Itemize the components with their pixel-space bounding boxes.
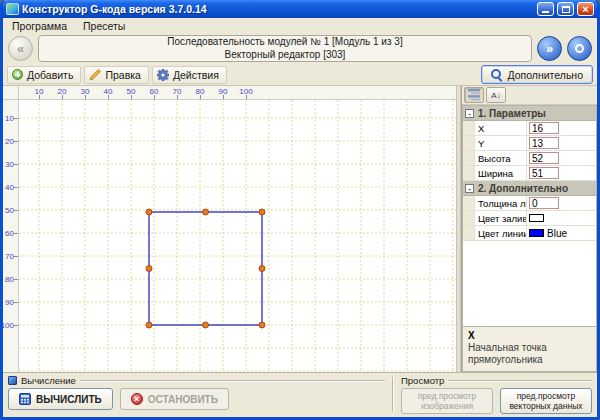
collapse-icon[interactable]: - — [465, 109, 474, 118]
property-value-text: 51 — [529, 167, 559, 179]
editor-canvas-svg[interactable] — [19, 100, 456, 372]
selection-handle[interactable] — [259, 266, 265, 272]
preview-vector-button[interactable]: пред.просмотр векторных данных — [500, 388, 592, 414]
prev-module-button[interactable]: « — [8, 36, 33, 61]
property-value[interactable]: 16 — [527, 121, 596, 135]
ruler-tick — [154, 95, 155, 99]
ruler-tick — [177, 95, 178, 99]
ruler-label-v: 40 — [5, 183, 14, 192]
more-options-button[interactable]: Дополнительно — [481, 65, 593, 84]
property-value[interactable]: Blue — [527, 226, 596, 240]
selection-handle[interactable] — [259, 322, 265, 328]
stop-button[interactable]: × ОСТАНОВИТЬ — [120, 388, 229, 410]
collapse-icon[interactable]: - — [465, 184, 474, 193]
categorized-view-button[interactable] — [464, 87, 484, 103]
selection-handle[interactable] — [146, 266, 152, 272]
editor-canvas[interactable] — [19, 100, 456, 372]
preview-group: Просмотр пред.просмотр изображения пред.… — [401, 374, 592, 414]
ruler-tick — [14, 325, 18, 326]
ruler-tick — [14, 141, 18, 142]
vertical-ruler: 102030405060708090100 — [3, 100, 19, 372]
minimize-button[interactable] — [537, 2, 554, 16]
next-module-button[interactable]: » — [537, 36, 562, 61]
menu-item-program[interactable]: Программа — [5, 19, 74, 33]
property-grid-toolbar: A↓ — [462, 86, 597, 105]
finish-button[interactable] — [567, 36, 592, 61]
gear-icon — [157, 69, 169, 81]
preview-image-button[interactable]: пред.просмотр изображения — [401, 388, 493, 414]
property-label: Y — [463, 136, 527, 150]
property-value[interactable] — [527, 211, 596, 225]
selection-handle[interactable] — [203, 209, 209, 215]
more-button-label: Дополнительно — [507, 69, 583, 81]
app-window: Конструктор G-кода версия 3.7.0.14 × Про… — [0, 0, 600, 420]
alphabetical-sort-button[interactable]: A↓ — [486, 87, 506, 103]
property-row[interactable]: Высота52 — [463, 151, 596, 166]
property-category[interactable]: -1. Параметры — [463, 106, 596, 121]
selection-handle[interactable] — [146, 322, 152, 328]
ruler-label-v: 30 — [5, 160, 14, 169]
title-bar[interactable]: Конструктор G-кода версия 3.7.0.14 × — [3, 0, 597, 18]
record-circle-icon — [575, 44, 584, 53]
property-row[interactable]: Толщина линии0 — [463, 196, 596, 211]
property-value-text: 52 — [529, 152, 559, 164]
property-value[interactable]: 13 — [527, 136, 596, 150]
double-right-arrow-icon: » — [546, 41, 553, 56]
add-button[interactable]: Добавить — [7, 66, 81, 84]
stop-icon: × — [131, 393, 143, 405]
property-row[interactable]: Ширина51 — [463, 166, 596, 181]
property-label: Высота — [463, 151, 527, 165]
property-grid: -1. ПараметрыX16Y13Высота52Ширина51-2. Д… — [462, 105, 597, 326]
property-value[interactable]: 0 — [527, 196, 596, 210]
horizontal-ruler: 102030405060708090100 — [19, 86, 456, 100]
add-icon — [12, 69, 23, 80]
property-description-title: X — [468, 330, 591, 341]
property-description-text: Начальная точка прямоугольника — [468, 342, 591, 366]
property-value-text: 0 — [529, 197, 559, 209]
group-rule — [80, 380, 385, 381]
actions-button-label: Действия — [173, 69, 219, 81]
calculation-group-label: Вычисление — [21, 375, 76, 386]
edit-button[interactable]: Правка — [84, 66, 148, 84]
edit-button-label: Правка — [105, 69, 140, 81]
property-category[interactable]: -2. Дополнительно — [463, 181, 596, 196]
property-label: Цвет линии — [463, 226, 527, 240]
menu-item-presets[interactable]: Пресеты — [76, 19, 132, 33]
maximize-button[interactable] — [557, 2, 574, 16]
ruler-tick — [246, 95, 247, 99]
selection-handle[interactable] — [203, 322, 209, 328]
ruler-corner — [3, 86, 19, 100]
property-value-text: 13 — [529, 137, 559, 149]
window-title: Конструктор G-кода версия 3.7.0.14 — [22, 3, 534, 15]
preview-group-label: Просмотр — [401, 375, 444, 386]
selection-handle[interactable] — [146, 209, 152, 215]
property-value[interactable]: 52 — [527, 151, 596, 165]
actions-button[interactable]: Действия — [152, 66, 227, 84]
property-row[interactable]: X16 — [463, 121, 596, 136]
app-icon — [6, 3, 19, 15]
categorized-icon — [468, 89, 480, 101]
close-button[interactable]: × — [577, 2, 594, 16]
maximize-icon — [562, 6, 570, 13]
ruler-tick — [62, 95, 63, 99]
ruler-label-v: 70 — [5, 252, 14, 261]
property-row[interactable]: Цвет заливки — [463, 211, 596, 226]
ruler-tick — [14, 302, 18, 303]
ruler-label-v: 60 — [5, 229, 14, 238]
ruler-tick — [14, 118, 18, 119]
calculate-button[interactable]: ВЫЧИСЛИТЬ — [8, 388, 113, 410]
property-row[interactable]: Y13 — [463, 136, 596, 151]
calculate-button-label: ВЫЧИСЛИТЬ — [36, 394, 102, 405]
property-category-label: 2. Дополнительно — [478, 183, 568, 194]
property-value[interactable]: 51 — [527, 166, 596, 180]
close-icon: × — [582, 4, 588, 14]
property-label: Цвет заливки — [463, 211, 527, 225]
property-description: X Начальная точка прямоугольника — [462, 326, 597, 372]
ruler-tick — [14, 210, 18, 211]
calculation-group-icon — [8, 376, 17, 385]
selection-handle[interactable] — [259, 209, 265, 215]
rectangle-shape[interactable] — [149, 212, 262, 325]
bottom-divider — [392, 377, 394, 411]
property-row[interactable]: Цвет линииBlue — [463, 226, 596, 241]
module-nav-bar: « Последовательность модулей № 1 [Модуль… — [3, 33, 597, 64]
